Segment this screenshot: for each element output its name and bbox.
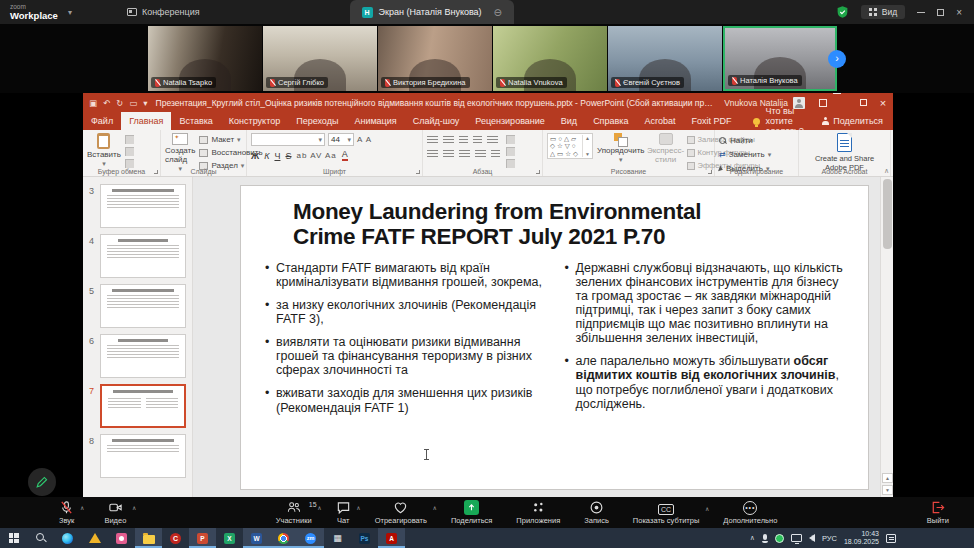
window-close-button[interactable]: × <box>956 7 962 18</box>
slide-thumbnail-panel[interactable]: 3 4 5 6 7 <box>83 177 193 497</box>
record-button[interactable]: Запись <box>577 500 616 525</box>
tab-acrobat[interactable]: Acrobat <box>636 112 683 130</box>
decrease-indent-icon[interactable] <box>459 136 468 145</box>
columns-icon[interactable] <box>491 150 500 159</box>
collapse-ribbon-icon[interactable]: ∧ <box>884 167 889 175</box>
tray-expand-icon[interactable]: ∧ <box>750 534 755 542</box>
video-button[interactable]: Видео ∧ <box>97 500 133 525</box>
ppt-close-button[interactable]: × <box>873 93 893 112</box>
apps-button[interactable]: Приложения <box>509 500 567 525</box>
security-shield-icon[interactable] <box>836 5 849 19</box>
thumbnail-slide-7-selected[interactable]: 7 <box>83 384 186 428</box>
convert-smartart-icon[interactable] <box>506 159 515 168</box>
slide-scrollbar[interactable]: ▲ ▼ <box>880 177 893 497</box>
slide-right-column[interactable]: Державні службовці відзначають, що кільк… <box>563 261 853 424</box>
tab-home[interactable]: Главная <box>121 112 171 130</box>
taskbar-file-explorer[interactable] <box>135 528 162 548</box>
participants-options-chevron[interactable]: ∧ <box>317 504 321 511</box>
copy-icon[interactable] <box>125 147 134 156</box>
thumbnail-slide-6[interactable]: 6 <box>83 334 186 378</box>
arrange-button[interactable]: Упорядочить ▾ <box>597 133 645 164</box>
quick-styles-button[interactable]: Экспресс-стили <box>649 133 683 164</box>
chat-options-chevron[interactable]: ∧ <box>356 504 360 511</box>
taskbar-clock[interactable]: 10:43 18.09.2025 <box>844 530 879 546</box>
taskbar-search-button[interactable] <box>27 528 54 548</box>
current-slide[interactable]: Money Laundering from Environmental Crim… <box>240 185 869 490</box>
slideshow-icon[interactable]: ▭ <box>129 98 137 108</box>
align-center-icon[interactable] <box>443 150 454 159</box>
tab-review[interactable]: Рецензирование <box>467 112 553 130</box>
strikethrough-button[interactable]: S <box>285 151 291 161</box>
previous-slide-button[interactable]: ▲ <box>882 473 893 483</box>
participant-tile[interactable]: Natalia Vnukova <box>493 26 607 91</box>
align-left-icon[interactable] <box>427 150 438 159</box>
clipboard-dialog-launcher-icon[interactable] <box>154 170 158 174</box>
line-spacing-icon[interactable] <box>487 136 498 145</box>
format-painter-icon[interactable] <box>125 159 134 168</box>
audio-button[interactable]: Звук ∧ <box>52 500 81 525</box>
tab-foxit[interactable]: Foxit PDF <box>683 112 739 130</box>
font-extra-buttons[interactable]: ab AV Aa <box>296 151 336 160</box>
tab-insert[interactable]: Вставка <box>171 112 220 130</box>
participant-tile[interactable]: Виктория Бредихина <box>378 26 492 91</box>
font-color-button[interactable]: A <box>342 150 348 161</box>
taskbar-excel[interactable]: X <box>216 528 243 548</box>
next-participants-button[interactable]: › <box>828 50 846 68</box>
font-size-select[interactable]: 44▾ <box>328 133 354 146</box>
thumbnail-slide-3[interactable]: 3 <box>83 184 186 228</box>
taskbar-word[interactable]: W <box>243 528 270 548</box>
participant-tile-active-speaker[interactable]: Наталія Внукова <box>723 26 837 91</box>
tab-animations[interactable]: Анимация <box>346 112 404 130</box>
share-screen-button[interactable]: Поделиться <box>444 500 499 525</box>
slide-left-column[interactable]: Стандарти FATF вимагають від країн кримі… <box>263 261 553 424</box>
save-icon[interactable]: ▣ <box>89 98 97 108</box>
font-name-select[interactable]: ▾ <box>251 133 325 146</box>
italic-button[interactable]: К <box>264 151 269 161</box>
participants-button[interactable]: 15 Участники ∧ <box>269 500 319 525</box>
find-button[interactable]: Найти <box>719 136 771 145</box>
chat-button[interactable]: Чат ∧ <box>329 500 358 525</box>
view-button[interactable]: Вид <box>861 5 905 19</box>
user-avatar[interactable] <box>793 97 805 109</box>
window-maximize-button[interactable] <box>937 9 944 16</box>
text-direction-icon[interactable] <box>506 135 515 144</box>
align-right-icon[interactable] <box>459 150 470 159</box>
taskbar-drive[interactable] <box>81 528 108 548</box>
more-button[interactable]: ••• Дополнительно <box>716 501 784 525</box>
font-dialog-launcher-icon[interactable] <box>416 170 420 174</box>
taskbar-calculator[interactable]: ▦ <box>324 528 351 548</box>
justify-icon[interactable] <box>475 150 486 159</box>
tray-zoom-indicator-icon[interactable] <box>775 534 784 543</box>
ppt-share-button[interactable]: Поделиться <box>822 116 883 126</box>
redo-icon[interactable]: ↻ <box>116 98 123 108</box>
tab-more-icon[interactable]: ⊖ <box>494 7 502 18</box>
volume-icon[interactable] <box>809 534 815 542</box>
react-button[interactable]: Отреагировать ∧ <box>368 500 434 525</box>
bullets-button-icon[interactable] <box>427 136 438 145</box>
brand-chevron-icon[interactable]: ▾ <box>68 8 72 17</box>
slide-editor-area[interactable]: Money Laundering from Environmental Crim… <box>193 177 893 497</box>
grow-shrink-font-buttons[interactable]: A A <box>357 135 372 144</box>
taskbar-powerpoint[interactable]: P <box>189 528 216 548</box>
leave-meeting-button[interactable]: Выйти <box>920 500 956 525</box>
taskbar-photos[interactable] <box>108 528 135 548</box>
tab-file[interactable]: Файл <box>83 112 121 130</box>
thumbnail-slide-8[interactable]: 8 <box>83 434 186 478</box>
audio-options-chevron[interactable]: ∧ <box>80 504 84 511</box>
screen-share-tab[interactable]: H Экран (Наталія Внукова) ⊖ <box>350 0 514 24</box>
annotation-pencil-button[interactable] <box>28 468 56 496</box>
meeting-tab[interactable]: Конференция <box>127 7 200 17</box>
increase-indent-icon[interactable] <box>473 136 482 145</box>
next-slide-button[interactable]: ▼ <box>882 485 893 495</box>
taskbar-consultant[interactable]: C <box>162 528 189 548</box>
language-indicator[interactable]: РУС <box>822 534 837 543</box>
paste-dropdown-icon[interactable]: ▾ <box>102 160 106 168</box>
scrollbar-thumb[interactable] <box>883 179 892 249</box>
taskbar-zoom[interactable]: zm <box>297 528 324 548</box>
replace-button[interactable]: ⇄Заменить▾ <box>719 150 771 159</box>
thumbnail-slide-5[interactable]: 5 <box>83 284 186 328</box>
underline-button[interactable]: Ч <box>274 151 280 161</box>
numbering-button-icon[interactable] <box>443 136 454 145</box>
network-icon[interactable] <box>791 534 802 542</box>
paragraph-dialog-launcher-icon[interactable] <box>536 170 540 174</box>
